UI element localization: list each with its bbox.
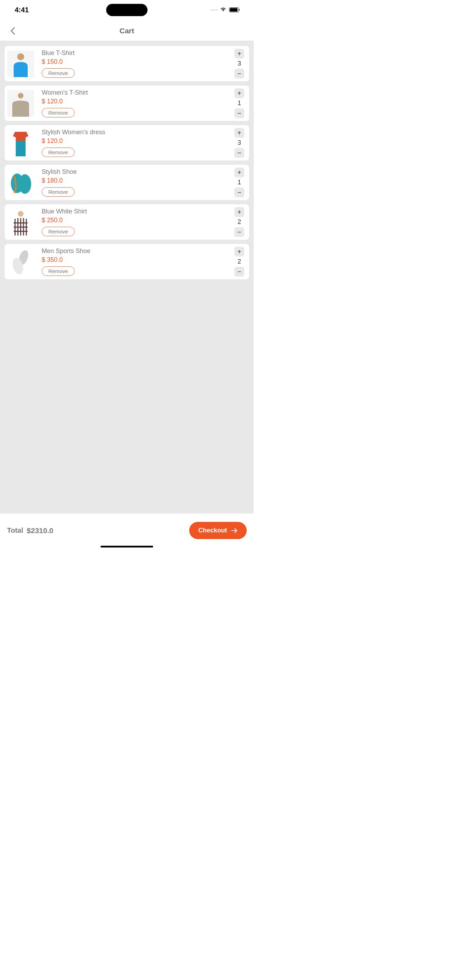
total-amount: $2310.0: [27, 527, 53, 535]
quantity-stepper: + 3 −: [234, 49, 244, 78]
qty-increase-button[interactable]: +: [234, 128, 244, 138]
qty-decrease-button[interactable]: −: [234, 227, 244, 237]
page-title: Cart: [119, 27, 134, 35]
arrow-right-icon: [231, 528, 237, 533]
cart-item: Blue White Shirt $ 250.0 Remove + 2 −: [4, 204, 250, 240]
quantity-stepper: + 1 −: [234, 88, 244, 118]
cart-item: Stylish Shoe $ 180.0 Remove + 1 −: [4, 164, 250, 200]
remove-button[interactable]: Remove: [42, 148, 75, 157]
product-image: [7, 90, 34, 117]
home-indicator: [100, 546, 153, 547]
remove-button[interactable]: Remove: [42, 68, 75, 78]
product-image: [7, 51, 34, 77]
product-name: Men Sports Shoe: [42, 247, 227, 255]
remove-button[interactable]: Remove: [42, 227, 75, 236]
checkout-label: Checkout: [198, 527, 227, 534]
product-image: [7, 248, 34, 275]
chevron-left-icon: [10, 27, 15, 35]
product-name: Blue T-Shirt: [42, 49, 227, 57]
battery-icon: [229, 7, 239, 12]
dynamic-island: [106, 4, 148, 16]
qty-value: 2: [237, 258, 241, 265]
cart-item: Women's T-Shirt $ 120.0 Remove + 1 −: [4, 85, 250, 121]
cart-item: Blue T-Shirt $ 150.0 Remove + 3 −: [4, 46, 250, 82]
cart-list: Blue T-Shirt $ 150.0 Remove + 3 − Women'…: [0, 41, 254, 514]
remove-button[interactable]: Remove: [42, 266, 75, 276]
product-price: $ 120.0: [42, 137, 227, 145]
product-image: [7, 209, 34, 235]
svg-point-1: [17, 53, 24, 60]
qty-decrease-button[interactable]: −: [234, 148, 244, 158]
qty-value: 1: [237, 100, 241, 107]
product-name: Stylish Shoe: [42, 168, 227, 176]
product-image: [7, 130, 34, 156]
product-price: $ 150.0: [42, 58, 227, 65]
svg-point-9: [18, 211, 24, 216]
product-image: [7, 169, 34, 196]
svg-point-7: [19, 174, 31, 194]
product-name: Stylish Women's dress: [42, 129, 227, 136]
quantity-stepper: + 2 −: [234, 247, 244, 277]
quantity-stepper: + 1 −: [234, 167, 244, 197]
svg-point-3: [18, 93, 24, 99]
product-price: $ 350.0: [42, 256, 227, 264]
qty-increase-button[interactable]: +: [234, 49, 244, 59]
qty-increase-button[interactable]: +: [234, 247, 244, 256]
qty-decrease-button[interactable]: −: [234, 267, 244, 277]
qty-value: 2: [237, 218, 241, 226]
product-name: Women's T-Shirt: [42, 89, 227, 96]
status-icons: [211, 7, 239, 13]
qty-value: 1: [237, 179, 241, 186]
product-name: Blue White Shirt: [42, 208, 227, 215]
qty-decrease-button[interactable]: −: [234, 108, 244, 118]
status-bar: 4:41: [0, 0, 254, 20]
quantity-stepper: + 2 −: [234, 207, 244, 237]
cart-item: Stylish Women's dress $ 120.0 Remove + 3…: [4, 125, 250, 161]
wifi-icon: [220, 7, 226, 13]
quantity-stepper: + 3 −: [234, 128, 244, 158]
cellular-dots-icon: [211, 10, 217, 11]
back-button[interactable]: [7, 25, 18, 37]
total-label: Total: [7, 527, 23, 535]
qty-decrease-button[interactable]: −: [234, 69, 244, 78]
product-price: $ 250.0: [42, 216, 227, 224]
product-price: $ 180.0: [42, 177, 227, 185]
qty-value: 3: [237, 60, 241, 67]
remove-button[interactable]: Remove: [42, 108, 75, 118]
status-time: 4:41: [15, 6, 29, 14]
qty-increase-button[interactable]: +: [234, 88, 244, 98]
cart-footer: Total $2310.0 Checkout: [0, 514, 254, 550]
qty-decrease-button[interactable]: −: [234, 188, 244, 197]
qty-increase-button[interactable]: +: [234, 207, 244, 217]
qty-value: 3: [237, 139, 241, 146]
qty-increase-button[interactable]: +: [234, 167, 244, 177]
cart-item: Men Sports Shoe $ 350.0 Remove + 2 −: [4, 243, 250, 280]
remove-button[interactable]: Remove: [42, 187, 75, 197]
product-price: $ 120.0: [42, 98, 227, 105]
checkout-button[interactable]: Checkout: [189, 522, 247, 539]
nav-header: Cart: [0, 21, 254, 41]
